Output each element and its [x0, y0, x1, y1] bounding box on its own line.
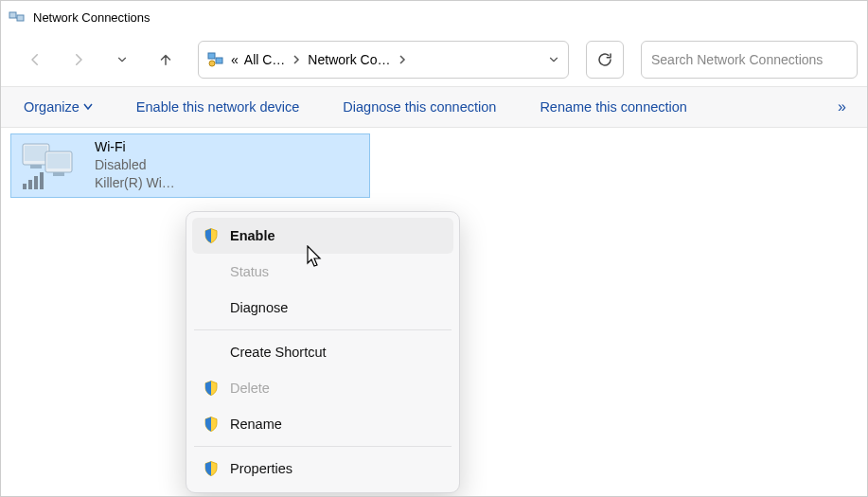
search-input[interactable]	[651, 52, 847, 67]
context-properties-label: Properties	[230, 461, 292, 476]
context-sep-1	[194, 329, 452, 330]
svg-rect-11	[53, 172, 64, 176]
title-bar: Network Connections	[1, 1, 867, 33]
context-menu: Enable Status Diagnose Create Shortcut D…	[186, 211, 460, 493]
app-icon	[9, 9, 26, 26]
address-bar[interactable]: « All C… Network Co…	[198, 41, 569, 79]
svg-rect-7	[25, 146, 47, 161]
blank-icon	[202, 298, 221, 317]
breadcrumb-crumb-1[interactable]: All C…	[244, 52, 286, 67]
search-box[interactable]	[641, 41, 858, 79]
svg-point-5	[209, 61, 215, 66]
recent-dropdown[interactable]	[105, 43, 139, 77]
context-diagnose[interactable]: Diagnose	[192, 290, 453, 326]
svg-rect-9	[47, 153, 70, 169]
caret-down-icon	[83, 103, 93, 111]
control-panel-icon	[206, 50, 225, 69]
context-enable[interactable]: Enable	[192, 218, 453, 254]
context-enable-label: Enable	[230, 228, 275, 243]
svg-rect-3	[208, 53, 215, 59]
context-status-label: Status	[230, 264, 269, 279]
network-adapter-item[interactable]: Wi-Fi Disabled Killer(R) Wi…	[10, 133, 370, 198]
context-rename[interactable]: Rename	[192, 406, 453, 442]
address-dropdown[interactable]	[547, 53, 560, 66]
context-properties[interactable]: Properties	[192, 451, 453, 487]
svg-rect-15	[40, 172, 44, 189]
context-create-shortcut[interactable]: Create Shortcut	[192, 334, 453, 370]
shield-icon	[202, 459, 221, 478]
shield-icon	[202, 226, 221, 245]
svg-rect-0	[9, 12, 16, 18]
svg-rect-13	[28, 180, 32, 189]
adapter-name: Wi-Fi	[95, 138, 175, 156]
diagnose-connection-label: Diagnose this connection	[343, 99, 496, 115]
rename-connection-button[interactable]: Rename this connection	[530, 94, 697, 120]
forward-button[interactable]	[62, 43, 96, 77]
up-button[interactable]	[149, 43, 183, 77]
network-adapter-text: Wi-Fi Disabled Killer(R) Wi…	[95, 138, 175, 192]
breadcrumb-crumb-2[interactable]: Network Co…	[308, 52, 390, 67]
command-bar: Organize Enable this network device Diag…	[1, 86, 867, 128]
svg-rect-1	[17, 15, 24, 21]
nav-row: « All C… Network Co…	[1, 33, 867, 86]
svg-rect-14	[34, 176, 38, 189]
enable-device-label: Enable this network device	[136, 99, 300, 115]
enable-device-button[interactable]: Enable this network device	[127, 94, 310, 120]
rename-connection-label: Rename this connection	[540, 99, 687, 115]
diagnose-connection-button[interactable]: Diagnose this connection	[333, 94, 505, 120]
breadcrumb-prefix: «	[231, 52, 239, 67]
blank-icon	[202, 262, 221, 281]
context-sep-2	[194, 446, 452, 447]
chevron-right-icon[interactable]	[397, 55, 408, 64]
context-create-shortcut-label: Create Shortcut	[230, 345, 327, 360]
content-area: Wi-Fi Disabled Killer(R) Wi…	[1, 128, 867, 204]
context-delete-label: Delete	[230, 381, 270, 396]
window-title: Network Connections	[33, 10, 151, 25]
adapter-status: Disabled	[95, 156, 175, 174]
organize-label: Organize	[24, 99, 80, 115]
blank-icon	[202, 343, 221, 362]
context-status: Status	[192, 254, 453, 290]
adapter-device: Killer(R) Wi…	[95, 174, 175, 192]
context-rename-label: Rename	[230, 417, 282, 432]
shield-icon	[202, 379, 221, 398]
context-delete: Delete	[192, 370, 453, 406]
shield-icon	[202, 415, 221, 434]
refresh-button[interactable]	[586, 41, 624, 79]
svg-rect-4	[216, 58, 222, 63]
svg-rect-12	[23, 184, 27, 189]
context-diagnose-label: Diagnose	[230, 300, 288, 315]
back-button[interactable]	[18, 43, 52, 77]
svg-rect-10	[30, 165, 42, 169]
network-adapter-icon	[17, 138, 85, 191]
organize-button[interactable]: Organize	[14, 94, 102, 120]
toolbar-overflow[interactable]: »	[830, 95, 854, 119]
chevron-right-icon[interactable]	[291, 55, 302, 64]
